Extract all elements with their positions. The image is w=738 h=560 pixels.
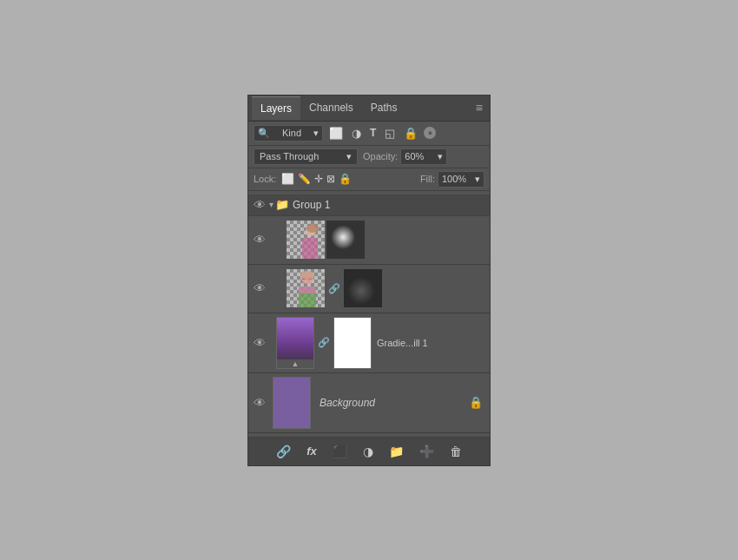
layer-group1[interactable]: 👁 ▾ 📁 Group 1: [248, 194, 490, 216]
visibility-eye-portrait2[interactable]: 👁: [254, 281, 269, 295]
lock-position-icon[interactable]: ✛: [314, 173, 323, 185]
chevron-down-icon: ▾: [438, 151, 443, 162]
chevron-down-icon: ▾: [313, 128, 319, 139]
layer-portrait2[interactable]: 👁: [248, 265, 490, 313]
svg-point-8: [300, 271, 314, 280]
fill-dropdown[interactable]: 100% ▾: [438, 171, 484, 188]
fill-group: Fill: 100% ▾: [420, 171, 484, 188]
portrait2-mask-thumb: [344, 269, 382, 307]
person1-svg: [287, 221, 325, 259]
filter-pixel-icon[interactable]: ⬜: [326, 125, 346, 142]
blend-opacity-toolbar: Pass Through ▾ Opacity: 60% ▾: [248, 146, 490, 168]
filter-type-icon[interactable]: T: [367, 125, 379, 141]
link-layers-button[interactable]: 🔗: [273, 443, 294, 460]
kind-dropdown[interactable]: 🔍 Kind ▾: [254, 125, 323, 142]
lock-pixels-icon[interactable]: ✏️: [298, 173, 311, 185]
opacity-dropdown[interactable]: 60% ▾: [400, 148, 447, 165]
chevron-down-icon: ▾: [346, 151, 352, 162]
layer-effects-button[interactable]: fx: [303, 443, 320, 459]
filter-smart-icon[interactable]: 🔒: [401, 125, 420, 142]
layer-name-gradient: Gradie...ill 1: [377, 338, 428, 348]
layer-portrait1[interactable]: 👁: [248, 216, 490, 265]
svg-rect-7: [299, 287, 316, 293]
adjustment-layer-button[interactable]: ◑: [359, 443, 377, 460]
background-thumb: [273, 377, 311, 429]
layers-list: 👁 ▾ 📁 Group 1 👁: [248, 191, 490, 437]
thumb-pair-portrait1: [287, 221, 365, 259]
delete-layer-button[interactable]: 🗑: [446, 443, 465, 460]
visibility-eye-portrait1[interactable]: 👁: [254, 233, 269, 247]
filter-toggle-icon[interactable]: ●: [424, 127, 436, 139]
portrait1-mask-thumb: [326, 221, 365, 259]
thumb-pair-portrait2: 🔗: [287, 269, 382, 307]
add-mask-button[interactable]: ⬛: [329, 443, 351, 460]
chevron-down-icon: ▾: [475, 174, 480, 185]
svg-point-2: [306, 224, 319, 233]
filter-toolbar: 🔍 Kind ▾ ⬜ ◑ T ◱ 🔒 ●: [248, 122, 490, 146]
tab-bar: Layers Channels Paths ≡: [248, 96, 490, 122]
expand-chevron-group1[interactable]: ▾: [269, 200, 273, 209]
svg-rect-1: [302, 238, 318, 259]
folder-icon-group1: 📁: [275, 198, 289, 211]
link-chain-icon2: 🔗: [326, 283, 342, 294]
layer-background[interactable]: 👁 Background 🔒: [248, 373, 490, 433]
panel-menu-icon[interactable]: ≡: [472, 97, 486, 118]
filter-shape-icon[interactable]: ◱: [382, 125, 398, 142]
tab-paths[interactable]: Paths: [362, 96, 406, 119]
tab-layers[interactable]: Layers: [252, 96, 300, 120]
link-chain-icon-gradient: 🔗: [316, 337, 332, 348]
visibility-eye-background[interactable]: 👁: [254, 396, 269, 410]
lock-transparent-icon[interactable]: ⬜: [281, 173, 294, 185]
layer-name-group1: Group 1: [293, 199, 330, 211]
lock-icons: ⬜ ✏️ ✛ ⊠ 🔒: [281, 173, 352, 185]
gradient-mask-thumb: [333, 317, 372, 369]
tab-channels[interactable]: Channels: [300, 96, 362, 119]
visibility-eye-gradient[interactable]: 👁: [254, 336, 269, 350]
blend-mode-dropdown[interactable]: Pass Through ▾: [254, 148, 358, 165]
lock-fill-toolbar: Lock: ⬜ ✏️ ✛ ⊠ 🔒 Fill: 100% ▾: [248, 168, 490, 191]
bottom-toolbar: 🔗 fx ⬛ ◑ 📁 ➕ 🗑: [248, 437, 490, 465]
portrait2-layer-thumb: [287, 269, 325, 307]
lock-all-icon[interactable]: 🔒: [339, 173, 352, 185]
background-lock-icon: 🔒: [469, 396, 483, 409]
gradient-arrow-icon: ▲: [292, 359, 300, 368]
opacity-group: Opacity: 60% ▾: [363, 148, 447, 165]
thumb-pair-gradient: ▲ 🔗: [276, 317, 372, 369]
lock-artboard-icon[interactable]: ⊠: [326, 173, 335, 185]
filter-adjust-icon[interactable]: ◑: [349, 125, 364, 142]
person2-svg: [287, 269, 325, 307]
visibility-eye-group1[interactable]: 👁: [254, 198, 269, 212]
portrait1-layer-thumb: [287, 221, 325, 259]
search-icon: 🔍: [258, 128, 270, 139]
new-layer-button[interactable]: ➕: [416, 443, 438, 460]
layers-panel: Layers Channels Paths ≡ 🔍 Kind ▾ ⬜ ◑ T ◱…: [247, 95, 491, 466]
new-group-button[interactable]: 📁: [385, 443, 407, 460]
layer-gradient[interactable]: 👁 ▲ 🔗 Gradie...ill 1: [248, 313, 490, 373]
layer-name-background: Background: [320, 397, 469, 409]
